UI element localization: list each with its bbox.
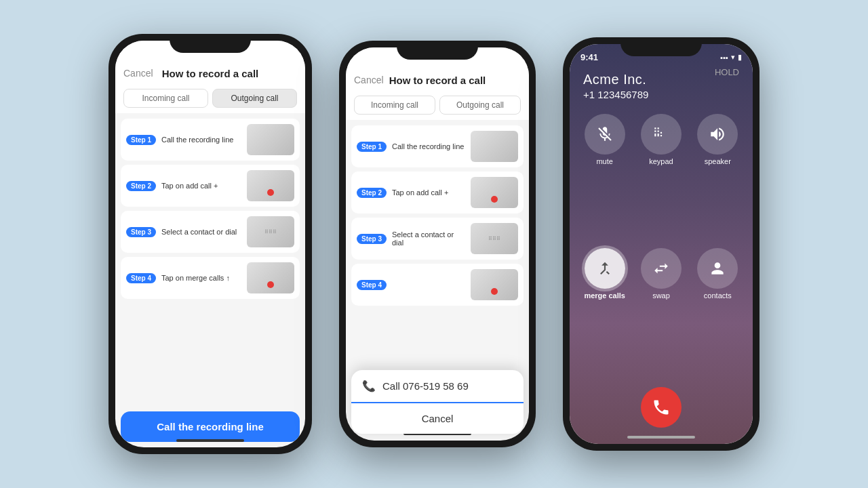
step-thumb-2-3: ⠿⠿⠿ bbox=[471, 223, 518, 254]
step-text-1-2: Tap on add call + bbox=[161, 182, 241, 190]
mute-label: mute bbox=[596, 157, 612, 165]
step-thumb-1-4 bbox=[247, 262, 294, 293]
page-title-1: How to record a call bbox=[162, 68, 259, 79]
status-icons: ▪▪▪ ▾ ▮ bbox=[720, 53, 742, 62]
step-item-1-4: Step 4 Tap on merge calls ↑ bbox=[121, 257, 300, 299]
contacts-label: contacts bbox=[704, 291, 732, 300]
merge-icon bbox=[596, 260, 614, 277]
swap-button[interactable] bbox=[641, 248, 682, 289]
end-call-button[interactable] bbox=[641, 387, 682, 428]
red-dot-2-4 bbox=[491, 288, 498, 295]
red-dot-2-2 bbox=[491, 196, 498, 203]
wifi-icon: ▾ bbox=[731, 53, 735, 62]
sheet-cancel-button[interactable]: Cancel bbox=[351, 403, 524, 434]
tab-row-1: Incoming call Outgoing call bbox=[115, 85, 305, 113]
merge-calls-button-item[interactable]: merge calls bbox=[580, 248, 629, 374]
steps-list-1: Step 1 Call the recording line Step 2 Ta… bbox=[115, 113, 305, 406]
step-text-2-3: Select a contact or dial bbox=[392, 230, 465, 247]
home-bar-3 bbox=[627, 436, 695, 439]
step-thumb-2-1 bbox=[471, 131, 518, 162]
step-badge-2-4: Step 4 bbox=[357, 280, 387, 290]
step-item-1-3: Step 3 Select a contact or dial ⠿⠿⠿ bbox=[121, 211, 300, 253]
thumb-inner-2-3: ⠿⠿⠿ bbox=[471, 223, 518, 254]
step-thumb-2-4 bbox=[471, 269, 518, 300]
step-thumb-2-2 bbox=[471, 177, 518, 208]
step-badge-1-2: Step 2 bbox=[126, 181, 156, 191]
keypad-button-item[interactable]: keypad bbox=[637, 114, 685, 240]
tab-outgoing-1[interactable]: Outgoing call bbox=[212, 89, 297, 108]
step-item-2-2: Step 2 Tap on add call + bbox=[351, 171, 524, 214]
phone-screen-3: 9:41 ▪▪▪ ▾ ▮ Acme Inc. HOLD +1 123456789 bbox=[570, 44, 753, 444]
caller-info: Acme Inc. HOLD +1 123456789 bbox=[570, 65, 753, 106]
mute-icon bbox=[596, 125, 614, 143]
step-item-2-4: Step 4 bbox=[351, 264, 524, 306]
step-thumb-1-1 bbox=[247, 124, 294, 155]
step-thumb-1-3: ⠿⠿⠿ bbox=[247, 216, 294, 247]
step-thumb-1-2 bbox=[247, 170, 294, 201]
caller-name: Acme Inc. bbox=[583, 72, 646, 87]
step-text-2-2: Tap on add call + bbox=[392, 188, 465, 197]
status-time: 9:41 bbox=[580, 52, 598, 62]
red-dot-1-4 bbox=[267, 281, 274, 288]
thumb-inner-2-2 bbox=[471, 177, 518, 208]
step-item-1-1: Step 1 Call the recording line bbox=[121, 119, 300, 161]
keypad-label: keypad bbox=[649, 157, 673, 165]
tab-outgoing-2[interactable]: Outgoing call bbox=[439, 96, 521, 115]
step-badge-1-3: Step 3 bbox=[126, 227, 156, 237]
caller-number: +1 123456789 bbox=[583, 89, 739, 100]
cta-button-1[interactable]: Call the recording line bbox=[121, 411, 300, 442]
thumb-inner-2-4 bbox=[471, 269, 518, 300]
step-text-2-1: Call the recording line bbox=[392, 142, 465, 150]
keypad-icon bbox=[652, 125, 670, 143]
thumb-inner-2-1 bbox=[471, 131, 518, 162]
contacts-icon bbox=[709, 260, 726, 277]
ios-call-screen: 9:41 ▪▪▪ ▾ ▮ Acme Inc. HOLD +1 123456789 bbox=[570, 44, 753, 444]
swap-button-item[interactable]: swap bbox=[637, 248, 685, 374]
signal-icon: ▪▪▪ bbox=[720, 54, 728, 62]
call-buttons-grid: mute keypad speaker bbox=[570, 106, 753, 382]
page-title-2: How to record a call bbox=[389, 75, 486, 86]
thumb-inner-1-2 bbox=[247, 170, 294, 201]
mute-button[interactable] bbox=[585, 114, 625, 155]
end-call-row bbox=[570, 382, 753, 444]
step-badge-2-2: Step 2 bbox=[357, 188, 387, 198]
thumb-inner-1-3: ⠿⠿⠿ bbox=[247, 216, 294, 247]
step-text-1-4: Tap on merge calls ↑ bbox=[161, 274, 241, 282]
keypad-button[interactable] bbox=[641, 114, 682, 155]
swap-icon bbox=[652, 260, 670, 277]
speaker-icon bbox=[709, 125, 726, 143]
sheet-call-row[interactable]: 📞 Call 076-519 58 69 bbox=[351, 370, 524, 403]
speaker-button[interactable] bbox=[697, 114, 738, 155]
tutorial-screen-1: Cancel How to record a call Incoming cal… bbox=[115, 41, 305, 447]
tab-incoming-1[interactable]: Incoming call bbox=[123, 89, 208, 108]
cancel-button-2[interactable]: Cancel bbox=[354, 75, 384, 85]
on-hold-label: HOLD bbox=[715, 67, 739, 77]
contacts-button-item[interactable]: contacts bbox=[694, 248, 742, 374]
step-badge-1-1: Step 1 bbox=[126, 135, 156, 145]
thumb-inner-1-1 bbox=[247, 124, 294, 155]
contacts-button[interactable] bbox=[697, 248, 738, 289]
phone-frame-2: Cancel How to record a call Incoming cal… bbox=[339, 41, 536, 447]
step-badge-2-1: Step 1 bbox=[357, 142, 387, 152]
phone-frame-3: 9:41 ▪▪▪ ▾ ▮ Acme Inc. HOLD +1 123456789 bbox=[563, 37, 760, 451]
speaker-button-item[interactable]: speaker bbox=[694, 114, 742, 240]
swap-label: swap bbox=[652, 291, 670, 300]
step-item-2-3: Step 3 Select a contact or dial ⠿⠿⠿ bbox=[351, 218, 524, 260]
merge-calls-button[interactable] bbox=[585, 248, 625, 289]
tutorial-header-1: Cancel How to record a call bbox=[115, 41, 305, 85]
step-item-1-2: Step 2 Tap on add call + bbox=[121, 165, 300, 207]
mute-button-item[interactable]: mute bbox=[580, 114, 629, 240]
step-badge-1-4: Step 4 bbox=[126, 273, 156, 283]
tab-row-2: Incoming call Outgoing call bbox=[346, 92, 529, 120]
phone-frame-1: Cancel How to record a call Incoming cal… bbox=[108, 34, 312, 454]
step-item-2-1: Step 1 Call the recording line bbox=[351, 125, 524, 167]
tab-incoming-2[interactable]: Incoming call bbox=[354, 96, 435, 115]
battery-icon: ▮ bbox=[738, 53, 742, 62]
step-badge-2-3: Step 3 bbox=[357, 234, 387, 244]
end-call-icon bbox=[652, 398, 671, 417]
tutorial-header-2: Cancel How to record a call bbox=[346, 47, 529, 92]
cancel-button-1[interactable]: Cancel bbox=[123, 68, 153, 79]
status-bar: 9:41 ▪▪▪ ▾ ▮ bbox=[570, 44, 753, 65]
sheet-call-text: Call 076-519 58 69 bbox=[382, 380, 469, 392]
phone-screen-1: Cancel How to record a call Incoming cal… bbox=[115, 41, 305, 447]
